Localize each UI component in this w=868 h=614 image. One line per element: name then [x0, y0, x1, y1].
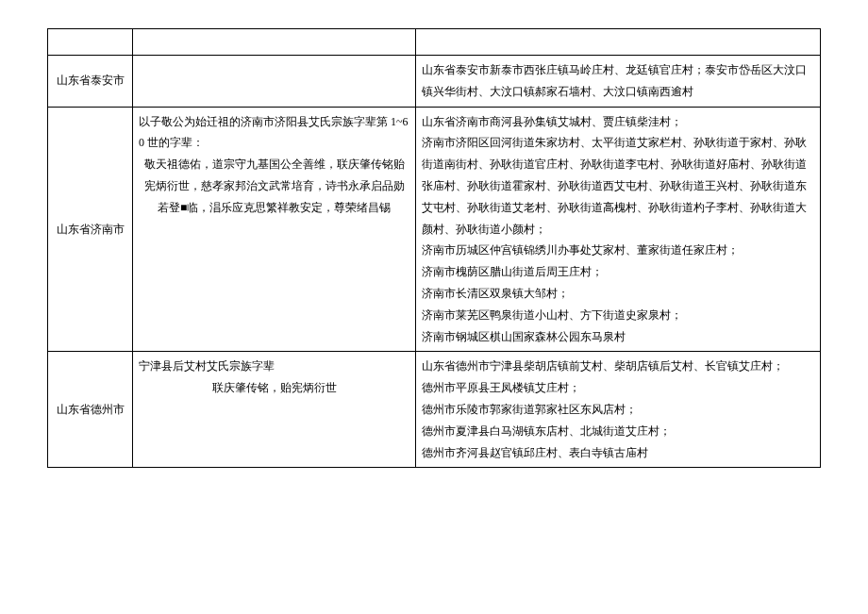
villages-text: 山东省德州市宁津县柴胡店镇前艾村、柴胡店镇后艾村、长官镇艾庄村； 德州市平原县王…: [422, 359, 784, 458]
genealogy-title: 以子敬公为始迁祖的济南市济阳县艾氏宗族字辈第 1~60 世的字辈：: [139, 115, 409, 150]
genealogy-line: 敬天祖德佑，道宗守九基国公全善维，联庆肇传铭贻: [139, 154, 409, 175]
villages-cell: 山东省泰安市新泰市西张庄镇马岭庄村、龙廷镇官庄村；泰安市岱岳区大汶口镇兴华街村、…: [416, 56, 821, 108]
region-label: 山东省济南市: [57, 223, 125, 236]
header-cell-villages: [416, 29, 821, 56]
villages-text: 山东省济南市商河县孙集镇艾城村、贾庄镇柴洼村； 济南市济阳区回河街道朱家坊村、太…: [422, 115, 807, 343]
region-label: 山东省泰安市: [57, 74, 125, 87]
genealogy-line: 宪炳衍世，慈孝家邦治文武常培育，诗书永承启品勋: [139, 175, 409, 197]
region-label: 山东省德州市: [57, 403, 125, 416]
region-cell: 山东省泰安市: [48, 56, 133, 108]
table-header-row: [48, 29, 821, 56]
villages-cell: 山东省济南市商河县孙集镇艾城村、贾庄镇柴洼村； 济南市济阳区回河街道朱家坊村、太…: [416, 107, 821, 352]
genealogy-table: 山东省泰安市 山东省泰安市新泰市西张庄镇马岭庄村、龙廷镇官庄村；泰安市岱岳区大汶…: [47, 28, 821, 468]
villages-cell: 山东省德州市宁津县柴胡店镇前艾村、柴胡店镇后艾村、长官镇艾庄村； 德州市平原县王…: [416, 352, 821, 468]
table-row: 山东省泰安市 山东省泰安市新泰市西张庄镇马岭庄村、龙廷镇官庄村；泰安市岱岳区大汶…: [48, 56, 821, 108]
table-row: 山东省济南市 以子敬公为始迁祖的济南市济阳县艾氏宗族字辈第 1~60 世的字辈：…: [48, 107, 821, 352]
villages-text: 山东省泰安市新泰市西张庄镇马岭庄村、龙廷镇官庄村；泰安市岱岳区大汶口镇兴华街村、…: [422, 63, 807, 98]
header-cell-region: [48, 29, 133, 56]
region-cell: 山东省济南市: [48, 107, 133, 352]
genealogy-table-wrap: 山东省泰安市 山东省泰安市新泰市西张庄镇马岭庄村、龙廷镇官庄村；泰安市岱岳区大汶…: [47, 28, 821, 586]
genealogy-line: 联庆肇传铭，贻宪炳衍世: [139, 377, 409, 399]
table-row: 山东省德州市 宁津县后艾村艾氏宗族字辈 联庆肇传铭，贻宪炳衍世 山东省德州市宁津…: [48, 352, 821, 468]
genealogy-cell: 宁津县后艾村艾氏宗族字辈 联庆肇传铭，贻宪炳衍世: [133, 352, 416, 468]
genealogy-line: 若登■临，淐乐应克思繁祥教安定，尊荣绪昌锡: [139, 197, 409, 219]
region-cell: 山东省德州市: [48, 352, 133, 468]
genealogy-title: 宁津县后艾村艾氏宗族字辈: [139, 359, 275, 373]
genealogy-cell: 以子敬公为始迁祖的济南市济阳县艾氏宗族字辈第 1~60 世的字辈： 敬天祖德佑，…: [133, 107, 416, 352]
header-cell-genealogy: [133, 29, 416, 56]
genealogy-cell: [133, 56, 416, 108]
